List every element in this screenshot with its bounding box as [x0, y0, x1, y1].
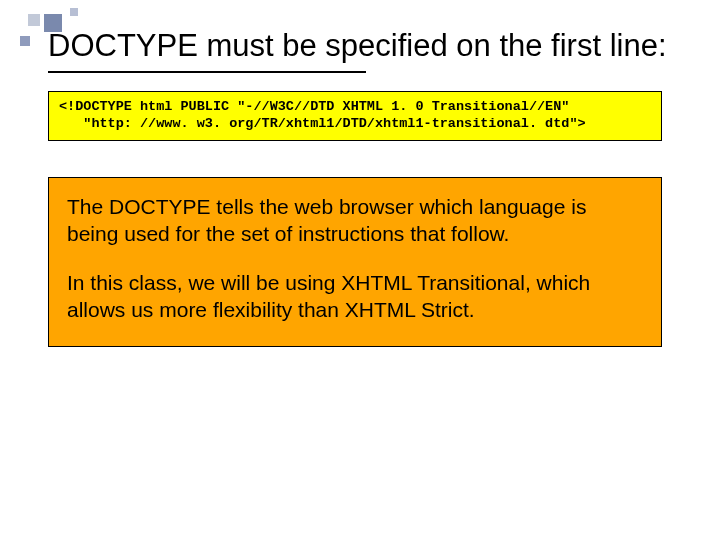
slide-title: DOCTYPE must be specified on the first l… [48, 28, 682, 65]
code-line-2: "http: //www. w3. org/TR/xhtml1/DTD/xhtm… [59, 116, 586, 131]
paragraph-1: The DOCTYPE tells the web browser which … [67, 194, 643, 248]
title-underline [48, 71, 366, 73]
paragraph-2: In this class, we will be using XHTML Tr… [67, 270, 643, 324]
code-block: <!DOCTYPE html PUBLIC "-//W3C//DTD XHTML… [59, 98, 651, 133]
slide: DOCTYPE must be specified on the first l… [0, 0, 720, 540]
code-line-1: <!DOCTYPE html PUBLIC "-//W3C//DTD XHTML… [59, 99, 569, 114]
doctype-code-box: <!DOCTYPE html PUBLIC "-//W3C//DTD XHTML… [48, 91, 662, 142]
explanation-box: The DOCTYPE tells the web browser which … [48, 177, 662, 347]
